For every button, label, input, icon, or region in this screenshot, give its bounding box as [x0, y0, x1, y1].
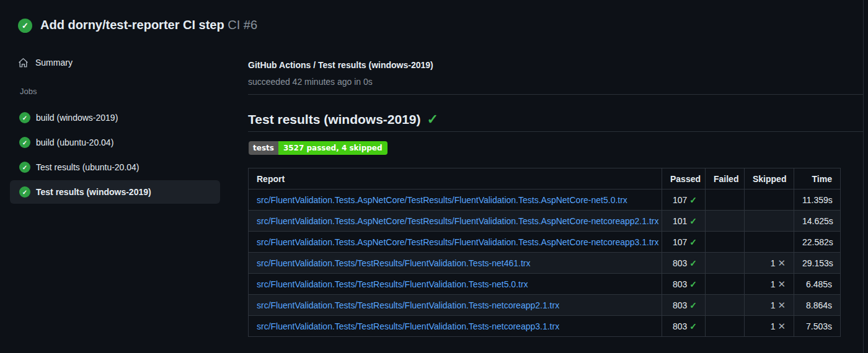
passed-cell: 101✓	[662, 211, 706, 232]
breadcrumb: GitHub Actions / Test results (windows-2…	[248, 60, 433, 70]
report-link[interactable]: src/FluentValidation.Tests/TestResults/F…	[257, 300, 559, 310]
report-link[interactable]: src/FluentValidation.Tests/TestResults/F…	[257, 258, 530, 268]
badge-label: tests	[249, 141, 278, 155]
sidebar-item-summary[interactable]: Summary	[10, 52, 220, 73]
skipped-cell	[745, 232, 794, 253]
skipped-cell	[745, 211, 794, 232]
report-link[interactable]: src/FluentValidation.Tests.AspNetCore/Te…	[257, 237, 658, 247]
report-heading-text: Test results (windows-2019)	[248, 112, 421, 126]
job-label: Test results (ubuntu-20.04)	[36, 162, 140, 172]
table-header-row: Report Passed Failed Skipped Time	[249, 168, 841, 190]
run-title-text: Add dorny/test-reporter CI step	[40, 18, 224, 32]
skipped-cell	[745, 190, 794, 211]
failed-cell	[706, 253, 745, 274]
success-check-circle-icon: ✓	[19, 162, 30, 173]
report-link[interactable]: src/FluentValidation.Tests.AspNetCore/Te…	[257, 195, 627, 205]
time-cell: 11.359s	[794, 190, 841, 211]
passed-cell: 803✓	[662, 274, 706, 295]
report-heading: Test results (windows-2019)✓	[248, 111, 438, 128]
job-label: build (ubuntu-20.04)	[36, 137, 113, 147]
time-cell: 6.485s	[794, 274, 841, 295]
failed-cell	[706, 316, 745, 337]
report-cell: src/FluentValidation.Tests.AspNetCore/Te…	[249, 190, 662, 211]
sidebar-item-job[interactable]: ✓Test results (ubuntu-20.04)	[10, 155, 220, 179]
time-cell: 14.625s	[794, 211, 841, 232]
success-check-icon: ✓	[427, 111, 438, 127]
failed-cell	[706, 295, 745, 316]
skipped-cell: 1✕	[745, 253, 794, 274]
passed-cell: 107✓	[662, 232, 706, 253]
table-row: src/FluentValidation.Tests/TestResults/F…	[249, 316, 841, 337]
cross-icon: ✕	[777, 258, 786, 268]
test-results-table: Report Passed Failed Skipped Time src/Fl…	[248, 168, 841, 337]
run-number: CI #6	[228, 18, 257, 32]
check-icon: ✓	[689, 237, 697, 247]
column-header-time: Time	[794, 168, 841, 190]
passed-cell: 803✓	[662, 253, 706, 274]
home-icon	[18, 58, 29, 68]
report-cell: src/FluentValidation.Tests/TestResults/F…	[249, 316, 662, 337]
failed-cell	[706, 274, 745, 295]
check-icon: ✓	[689, 321, 697, 331]
check-icon: ✓	[689, 216, 697, 226]
check-icon: ✓	[689, 300, 697, 310]
table-row: src/FluentValidation.Tests/TestResults/F…	[249, 295, 841, 316]
report-link[interactable]: src/FluentValidation.Tests.AspNetCore/Te…	[257, 216, 658, 226]
badge-value: 3527 passed, 4 skipped	[278, 141, 388, 155]
cross-icon: ✕	[777, 279, 786, 289]
table-row: src/FluentValidation.Tests.AspNetCore/Te…	[249, 232, 841, 253]
divider	[248, 94, 864, 95]
time-cell: 8.864s	[794, 295, 841, 316]
passed-cell: 803✓	[662, 295, 706, 316]
passed-cell: 803✓	[662, 316, 706, 337]
summary-label: Summary	[35, 58, 73, 68]
report-cell: src/FluentValidation.Tests/TestResults/F…	[249, 295, 662, 316]
column-header-passed: Passed	[662, 168, 706, 190]
failed-cell	[706, 190, 745, 211]
passed-cell: 107✓	[662, 190, 706, 211]
cross-icon: ✕	[777, 300, 786, 310]
skipped-cell: 1✕	[745, 274, 794, 295]
skipped-cell: 1✕	[745, 295, 794, 316]
report-cell: src/FluentValidation.Tests.AspNetCore/Te…	[249, 232, 662, 253]
report-cell: src/FluentValidation.Tests/TestResults/F…	[249, 274, 662, 295]
report-link[interactable]: src/FluentValidation.Tests/TestResults/F…	[257, 321, 559, 331]
pane-divider	[863, 0, 864, 353]
table-row: src/FluentValidation.Tests/TestResults/F…	[249, 253, 841, 274]
jobs-list: ✓build (windows-2019)✓build (ubuntu-20.0…	[10, 106, 220, 205]
check-icon: ✓	[689, 258, 697, 268]
check-icon: ✓	[689, 195, 697, 205]
failed-cell	[706, 232, 745, 253]
jobs-section-label: Jobs	[20, 87, 37, 96]
run-header: ✓ Add dorny/test-reporter CI step CI #6	[0, 0, 868, 43]
skipped-cell: 1✕	[745, 316, 794, 337]
failed-cell	[706, 211, 745, 232]
sidebar-item-job[interactable]: ✓build (windows-2019)	[10, 106, 220, 129]
status-text: succeeded 42 minutes ago in 0s	[248, 77, 373, 87]
run-title: Add dorny/test-reporter CI step CI #6	[40, 18, 257, 32]
time-cell: 22.582s	[794, 232, 841, 253]
report-cell: src/FluentValidation.Tests.AspNetCore/Te…	[249, 211, 662, 232]
time-cell: 7.503s	[794, 316, 841, 337]
sidebar-item-job[interactable]: ✓Test results (windows-2019)	[10, 180, 220, 204]
sidebar-item-job[interactable]: ✓build (ubuntu-20.04)	[10, 131, 220, 154]
column-header-report: Report	[249, 168, 662, 190]
tests-badge: tests 3527 passed, 4 skipped	[249, 141, 388, 155]
check-run-page: ✓ Add dorny/test-reporter CI step CI #6 …	[0, 0, 868, 353]
table-row: src/FluentValidation.Tests/TestResults/F…	[249, 274, 841, 295]
divider	[248, 131, 864, 132]
success-check-circle-icon: ✓	[19, 112, 30, 123]
column-header-failed: Failed	[706, 168, 745, 190]
report-cell: src/FluentValidation.Tests/TestResults/F…	[249, 253, 662, 274]
job-label: build (windows-2019)	[36, 113, 118, 123]
success-check-circle-icon: ✓	[19, 137, 30, 148]
job-label: Test results (windows-2019)	[36, 187, 151, 197]
check-icon: ✓	[689, 279, 697, 289]
report-link[interactable]: src/FluentValidation.Tests/TestResults/F…	[257, 279, 528, 289]
time-cell: 29.153s	[794, 253, 841, 274]
cross-icon: ✕	[777, 321, 786, 331]
column-header-skipped: Skipped	[745, 168, 794, 190]
table-row: src/FluentValidation.Tests.AspNetCore/Te…	[249, 211, 841, 232]
success-check-circle-icon: ✓	[19, 186, 30, 198]
success-check-circle-icon: ✓	[18, 19, 32, 33]
